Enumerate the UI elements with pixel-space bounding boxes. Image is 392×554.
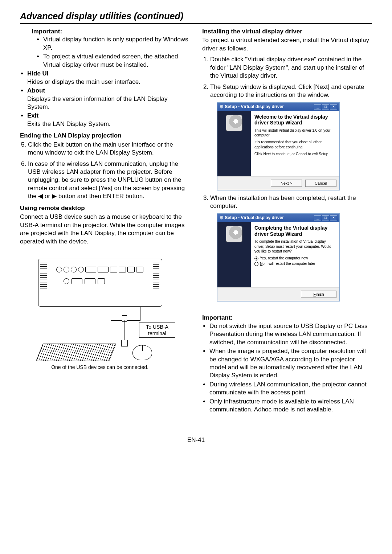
menu-desc: Exits the LAN Display System. [27, 120, 111, 127]
usb-plug-icon [121, 340, 128, 346]
page-number: EN-41 [20, 436, 372, 444]
setup-wizard-dialog-1: ⚙ Setup - Virtual display driver _ □ × W… [217, 102, 340, 191]
important-item: When the image is projected, the compute… [209, 347, 372, 380]
close-icon[interactable]: × [330, 104, 337, 110]
menu-item: Exit Exits the LAN Display System. [27, 112, 190, 128]
important-item: Only infrastructure mode is available to… [209, 398, 372, 414]
install-step: When the installation has been completed… [210, 194, 372, 210]
wizard-text: This will install Virtual display driver… [254, 128, 336, 138]
setup-wizard-dialog-2: ⚙ Setup - Virtual display driver _ □ × C… [217, 213, 340, 302]
figure-caption: One of the USB devices can be connected. [31, 364, 169, 370]
ending-step: Click the Exit button on the main user i… [28, 141, 190, 157]
right-column: Installing the virtual display driver To… [202, 28, 372, 415]
wizard-text: To complete the installation of Virtual … [254, 239, 336, 254]
ending-step: In case of the wireless LAN communicatio… [28, 160, 190, 201]
menu-item: Hide UI Hides or displays the main user … [27, 70, 190, 86]
wizard-heading: Completing the Virtual display driver Se… [254, 225, 336, 237]
install-heading: Installing the virtual display driver [202, 28, 372, 36]
disc-icon [226, 115, 242, 131]
dialog-title: ⚙ Setup - Virtual display driver [220, 104, 284, 110]
next-button[interactable]: Next > [271, 180, 302, 187]
remote-heading: Using remote desktop [20, 204, 190, 212]
menu-desc: Displays the version information of the … [27, 95, 167, 110]
menu-label: Exit [27, 112, 38, 119]
mouse-icon [132, 345, 152, 360]
wizard-text: Click Next to continue, or Cancel to exi… [254, 152, 336, 156]
menu-label: Hide UI [27, 70, 49, 77]
maximize-icon[interactable]: □ [322, 104, 329, 110]
important-item: Do not switch the input source to USB Di… [209, 322, 372, 346]
menu-label: About [27, 87, 45, 94]
install-step: Double click "Virtual display driver.exe… [210, 56, 372, 80]
wizard-heading: Welcome to the Virtual display driver Se… [254, 114, 336, 126]
important-item: During wireless LAN communication, the p… [209, 381, 372, 397]
remote-body: Connect a USB device such as a mouse or … [20, 213, 190, 246]
dialog-title: ⚙ Setup - Virtual display driver [220, 215, 284, 221]
cable-icon [124, 320, 124, 341]
important-item: To project a virtual extended screen, th… [43, 53, 190, 69]
important-heading-right: Important: [202, 314, 372, 322]
ending-heading: Ending the LAN Display projection [20, 132, 190, 140]
radio-option-yes[interactable]: Yes, restart the computer now [254, 256, 336, 260]
important-heading-left: Important: [32, 28, 190, 36]
finish-button[interactable]: Finish [301, 291, 336, 298]
important-item: Virtual display function is only support… [43, 36, 190, 52]
keyboard-icon [36, 344, 116, 360]
close-icon[interactable]: × [330, 215, 337, 221]
page-title: Advanced display utilities (continued) [20, 11, 372, 21]
install-intro: To project a virtual extended screen, in… [202, 36, 372, 53]
disc-icon [226, 226, 242, 242]
left-column: Important: Virtual display function is o… [20, 28, 190, 415]
menu-desc: Hides or displays the main user interfac… [27, 78, 140, 85]
install-step: The Setup window is displayed. Click [Ne… [210, 83, 372, 99]
grill-icon [153, 261, 159, 294]
title-rule [20, 23, 372, 24]
maximize-icon[interactable]: □ [322, 215, 329, 221]
radio-icon [254, 262, 258, 266]
radio-icon [254, 257, 258, 260]
minimize-icon[interactable]: _ [314, 215, 321, 221]
minimize-icon[interactable]: _ [314, 104, 321, 110]
wizard-text: It is recommended that you close all oth… [254, 140, 336, 149]
menu-item: About Displays the version information o… [27, 87, 190, 111]
grill-icon [40, 261, 47, 294]
usb-plug-icon [122, 315, 127, 322]
cancel-button[interactable]: Cancel [305, 180, 336, 187]
radio-option-no[interactable]: No, I will restart the computer later [254, 261, 336, 266]
usb-a-label: To USB-Aterminal [139, 323, 175, 338]
projector-figure: To USB-Aterminal [31, 250, 190, 362]
